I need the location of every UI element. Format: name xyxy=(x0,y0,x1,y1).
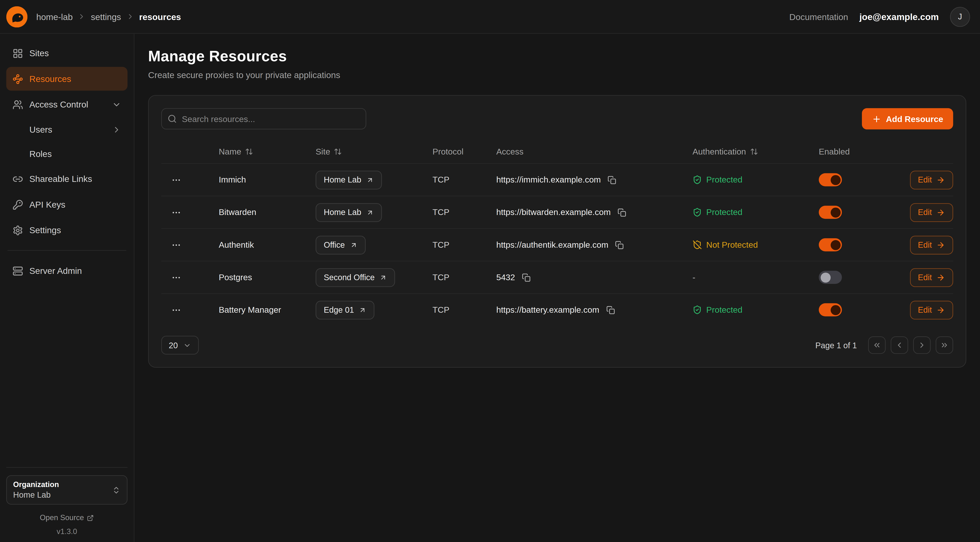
avatar[interactable]: J xyxy=(950,6,970,27)
sidebar-item-label: Roles xyxy=(29,149,52,159)
sidebar-item-resources[interactable]: Resources xyxy=(6,67,128,91)
external-link-icon xyxy=(380,273,387,281)
sidebar-item-access-control[interactable]: Access Control xyxy=(6,92,128,116)
sidebar-item-label: Shareable Links xyxy=(29,174,92,184)
table-body: Immich Home Lab TCP https://immich.examp… xyxy=(161,163,953,326)
sidebar-divider xyxy=(8,250,126,251)
server-icon xyxy=(13,266,23,276)
sidebar-item-api-keys[interactable]: API Keys xyxy=(6,193,128,216)
open-source-link[interactable]: Open Source xyxy=(40,513,94,522)
organization-name: Home Lab xyxy=(13,490,59,500)
enabled-toggle[interactable] xyxy=(819,206,842,219)
first-page-button[interactable] xyxy=(868,336,886,354)
column-header-authentication[interactable]: Authentication xyxy=(692,147,819,156)
column-header-protocol: Protocol xyxy=(433,147,496,156)
pangolin-logo-icon xyxy=(6,6,27,27)
previous-page-button[interactable] xyxy=(891,336,908,354)
next-page-button[interactable] xyxy=(913,336,931,354)
arrow-right-icon xyxy=(936,306,945,314)
sidebar-item-settings[interactable]: Settings xyxy=(6,218,128,242)
arrow-right-icon xyxy=(936,240,945,249)
external-link-icon xyxy=(359,306,366,314)
copy-button[interactable] xyxy=(606,174,618,185)
toggle-knob xyxy=(830,175,840,185)
site-link-button[interactable]: Home Lab xyxy=(316,203,382,222)
resource-protocol: TCP xyxy=(433,305,496,314)
page-size-select[interactable]: 20 xyxy=(161,336,199,355)
site-name: Home Lab xyxy=(324,208,361,217)
row-menu-button[interactable] xyxy=(169,205,184,220)
sidebar-item-roles[interactable]: Roles xyxy=(6,143,128,165)
edit-button[interactable]: Edit xyxy=(910,171,953,189)
edit-button[interactable]: Edit xyxy=(910,203,953,222)
ellipsis-icon xyxy=(171,305,181,315)
sort-icon xyxy=(750,147,758,155)
row-menu-button[interactable] xyxy=(169,302,184,317)
gear-icon xyxy=(13,225,23,236)
edit-button-label: Edit xyxy=(918,305,932,314)
chevrons-up-down-icon xyxy=(112,486,121,494)
edit-button-label: Edit xyxy=(918,273,932,282)
row-menu-button[interactable] xyxy=(169,172,184,187)
column-header-name[interactable]: Name xyxy=(219,147,316,156)
last-page-button[interactable] xyxy=(935,336,953,354)
auth-status-label: Protected xyxy=(706,208,742,217)
site-link-button[interactable]: Home Lab xyxy=(316,171,382,189)
copy-button[interactable] xyxy=(521,272,532,283)
documentation-link[interactable]: Documentation xyxy=(789,12,848,22)
column-header-enabled: Enabled xyxy=(819,147,906,156)
organization-selector[interactable]: Organization Home Lab xyxy=(6,475,128,505)
site-link-button[interactable]: Edge 01 xyxy=(316,300,375,319)
auth-status-label: Not Protected xyxy=(706,240,758,250)
site-name: Office xyxy=(324,240,345,250)
shield-check-icon xyxy=(692,208,702,217)
enabled-toggle[interactable] xyxy=(819,303,842,316)
resource-access: 5432 xyxy=(496,273,515,282)
link-icon xyxy=(13,174,23,184)
enabled-toggle[interactable] xyxy=(819,173,842,186)
site-link-button[interactable]: Second Office xyxy=(316,268,395,287)
ellipsis-icon xyxy=(171,207,181,217)
row-menu-button[interactable] xyxy=(169,270,184,285)
resource-name: Battery Manager xyxy=(219,305,316,314)
sidebar-item-label: API Keys xyxy=(29,199,65,209)
edit-button[interactable]: Edit xyxy=(910,236,953,254)
sidebar-item-sites[interactable]: Sites xyxy=(6,41,128,65)
shield-off-icon xyxy=(692,240,702,250)
enabled-toggle[interactable] xyxy=(819,238,842,251)
site-name: Home Lab xyxy=(324,175,361,185)
resource-access: https://authentik.example.com xyxy=(496,240,608,250)
card-toolbar: Add Resource xyxy=(161,108,953,129)
user-email[interactable]: joe@example.com xyxy=(859,12,939,22)
toggle-knob xyxy=(830,207,840,217)
chevron-right-icon xyxy=(112,125,121,134)
table-row: Bitwarden Home Lab TCP https://bitwarden… xyxy=(161,196,953,228)
copy-button[interactable] xyxy=(614,239,625,250)
sidebar-item-users[interactable]: Users xyxy=(6,118,128,140)
edit-button[interactable]: Edit xyxy=(910,300,953,319)
breadcrumb-settings[interactable]: settings xyxy=(91,12,121,22)
search-box xyxy=(161,108,366,129)
toggle-knob xyxy=(820,272,830,282)
search-input[interactable] xyxy=(161,108,366,129)
column-header-label: Protocol xyxy=(433,147,463,156)
edit-button[interactable]: Edit xyxy=(910,268,953,287)
copy-button[interactable] xyxy=(605,304,616,316)
resources-waypoints-icon xyxy=(13,73,23,84)
sidebar-item-label: Users xyxy=(29,124,52,134)
auth-status-label: Protected xyxy=(706,305,742,314)
site-link-button[interactable]: Office xyxy=(316,236,366,254)
sidebar-nav: Sites Resources Access Control xyxy=(6,41,128,283)
shield-check-icon xyxy=(692,305,702,314)
row-menu-button[interactable] xyxy=(169,237,184,252)
pangolin-logo[interactable] xyxy=(6,6,27,27)
breadcrumb-separator-icon xyxy=(78,13,86,21)
copy-button[interactable] xyxy=(616,207,628,218)
sidebar-item-server-admin[interactable]: Server Admin xyxy=(6,259,128,283)
add-resource-button[interactable]: Add Resource xyxy=(862,108,953,129)
enabled-toggle[interactable] xyxy=(819,271,842,284)
chevron-right-icon xyxy=(918,341,926,349)
breadcrumb-org[interactable]: home-lab xyxy=(36,12,73,22)
column-header-site[interactable]: Site xyxy=(316,147,433,156)
sidebar-item-shareable-links[interactable]: Shareable Links xyxy=(6,167,128,191)
